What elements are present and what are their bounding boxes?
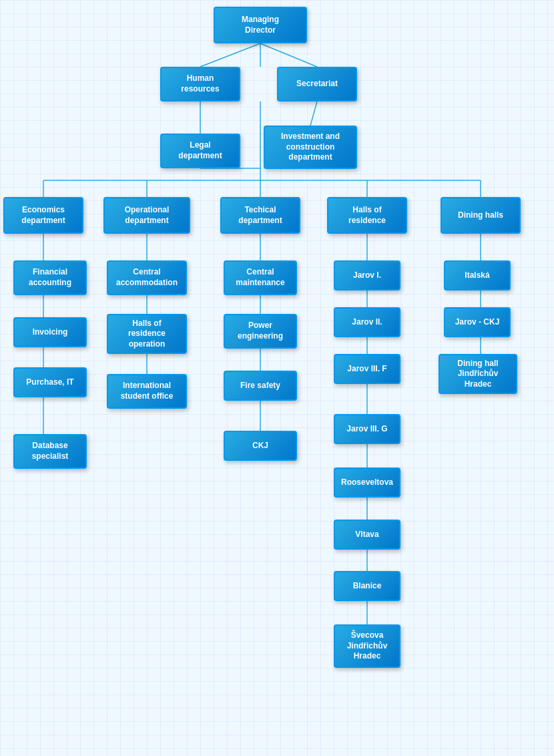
economics-dept: Economicsdepartment: [3, 197, 83, 234]
operational-dept: Operationaldepartment: [103, 197, 190, 234]
power-engineering: Powerengineering: [224, 314, 297, 349]
svg-line-0: [200, 43, 260, 67]
blanice: Blanice: [334, 571, 400, 601]
halls-operation: Halls ofresidenceoperation: [107, 314, 187, 354]
legal-dept: Legaldepartment: [160, 134, 240, 168]
svg-line-1: [260, 43, 317, 67]
central-accommodation: Centralaccommodation: [107, 260, 187, 295]
intl-student-office: Internationalstudent office: [107, 374, 187, 409]
ckj: CKJ: [224, 431, 297, 461]
secretariat: Secretariat: [277, 67, 357, 102]
svecova: ŠvecovaJindřichůvHradec: [334, 624, 400, 668]
dining-halls: Dining halls: [441, 197, 521, 234]
jarov3g: Jarov III. G: [334, 414, 400, 444]
invoicing: Invoicing: [13, 317, 87, 347]
financial-accounting: Financialaccounting: [13, 260, 87, 295]
vltava: Vltava: [334, 520, 400, 550]
italska: Italská: [444, 260, 511, 291]
purchase-it: Purchase, IT: [13, 367, 87, 397]
jarov2: Jarov II.: [334, 307, 400, 337]
halls-of-residence: Halls ofresidence: [327, 197, 407, 234]
svg-line-4: [310, 102, 317, 126]
central-maintenance: Centralmaintenance: [224, 260, 297, 295]
fire-safety: Fire safety: [224, 371, 297, 401]
org-chart: ManagingDirectorHumanresourcesSecretaria…: [0, 0, 554, 13]
jarov-ckj: Jarov - CKJ: [444, 307, 511, 337]
investment-dept: Investment andconstructiondepartment: [264, 126, 357, 169]
jarov1: Jarov I.: [334, 260, 400, 291]
dining-hall-jh: Dining hallJindřichůvHradec: [439, 354, 517, 394]
jarov3f: Jarov III. F: [334, 354, 400, 384]
database-specialist: Databasespecialist: [13, 434, 87, 469]
managing-director: ManagingDirector: [214, 7, 307, 43]
technical-dept: Techicaldepartment: [220, 197, 300, 234]
human-resources: Humanresources: [160, 67, 240, 102]
rooseveltova: Rooseveltova: [334, 467, 400, 498]
